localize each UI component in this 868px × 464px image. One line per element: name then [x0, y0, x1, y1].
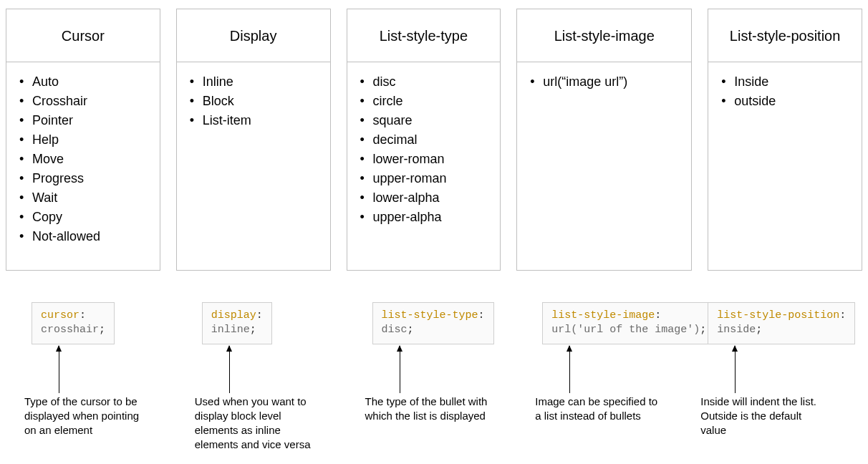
- list-item: Auto: [19, 72, 153, 92]
- property-card: List-style-typedisccirclesquaredecimallo…: [347, 9, 501, 271]
- property-card: List-style-positionInsideoutside: [708, 9, 862, 271]
- description-text: Type of the cursor to be displayed when …: [24, 395, 150, 438]
- property-card: List-style-imageurl(“image url”): [516, 9, 692, 271]
- arrow-container: [202, 344, 230, 395]
- code-property: display: [211, 309, 256, 322]
- list-item: Move: [19, 150, 153, 169]
- annotation-block: list-style-image: url('url of the image'…: [542, 302, 692, 423]
- list-item: Crosshair: [19, 92, 153, 111]
- annotation-block: list-style-position: inside;Inside will …: [708, 302, 862, 438]
- list-item: decimal: [360, 130, 493, 150]
- column: List-style-imageurl(“image url”)list-sty…: [516, 9, 692, 453]
- list-item: upper-alpha: [360, 208, 493, 227]
- list-item: Inline: [190, 72, 323, 92]
- code-value: disc: [382, 324, 408, 336]
- columns-container: CursorAutoCrosshairPointerHelpMoveProgre…: [6, 9, 862, 453]
- card-title: Cursor: [6, 9, 160, 62]
- code-example: cursor: crosshair;: [32, 302, 115, 344]
- card-body: disccirclesquaredecimallower-romanupper-…: [347, 62, 501, 270]
- list-item: square: [360, 111, 493, 130]
- code-value: inline: [211, 324, 250, 336]
- list-item: upper-roman: [360, 169, 493, 188]
- list-item: Not-allowed: [19, 227, 153, 246]
- list-item: Help: [19, 130, 153, 150]
- list-item: disc: [360, 72, 493, 92]
- list-item: url(“image url”): [530, 72, 684, 92]
- arrow-container: [372, 344, 400, 395]
- code-property: list-style-image: [551, 309, 655, 322]
- code-example: list-style-type: disc;: [372, 302, 494, 344]
- card-title: List-style-image: [517, 9, 691, 62]
- card-title: List-style-type: [347, 9, 501, 62]
- list-item: lower-alpha: [360, 188, 493, 208]
- list-item: Block: [190, 92, 323, 111]
- code-example: list-style-image: url('url of the image'…: [542, 302, 715, 344]
- card-body: url(“image url”): [517, 62, 691, 270]
- annotation-block: cursor: crosshair;Type of the cursor to …: [32, 302, 160, 438]
- list-item: Wait: [19, 188, 153, 208]
- annotation-block: list-style-type: disc;The type of the bu…: [372, 302, 501, 423]
- arrow-container: [32, 344, 59, 395]
- card-title: List-style-position: [708, 9, 862, 62]
- column: List-style-typedisccirclesquaredecimallo…: [347, 9, 501, 453]
- card-body: Insideoutside: [708, 62, 862, 270]
- list-item: Pointer: [19, 111, 153, 130]
- code-value: url('url of the image'): [551, 324, 700, 336]
- code-example: display: inline;: [202, 302, 272, 344]
- annotation-block: display: inline;Used when you want to di…: [202, 302, 331, 453]
- description-text: Inside will indent the list. Outside is …: [700, 395, 826, 438]
- list-item: Copy: [19, 208, 153, 227]
- card-body: AutoCrosshairPointerHelpMoveProgressWait…: [6, 62, 160, 270]
- card-body: InlineBlockList-item: [177, 62, 330, 270]
- arrow-up-icon: [229, 346, 230, 393]
- description-text: Image can be specified to a list instead…: [535, 395, 660, 424]
- code-property: cursor: [41, 309, 79, 322]
- description-text: Used when you want to display block leve…: [195, 395, 320, 453]
- list-item: lower-roman: [360, 150, 493, 169]
- column: List-style-positionInsideoutsidelist-sty…: [708, 9, 862, 453]
- column: DisplayInlineBlockList-itemdisplay: inli…: [176, 9, 331, 453]
- card-title: Display: [177, 9, 330, 62]
- list-item: Progress: [19, 169, 153, 188]
- arrow-up-icon: [400, 346, 400, 393]
- code-value: inside: [717, 324, 756, 336]
- code-property: list-style-type: [382, 309, 478, 322]
- list-item: outside: [721, 92, 854, 111]
- code-value: crosshair: [41, 324, 99, 336]
- list-item: Inside: [721, 72, 854, 92]
- description-text: The type of the bullet with which the li…: [365, 395, 491, 424]
- code-example: list-style-position: inside;: [708, 302, 855, 344]
- arrow-up-icon: [735, 346, 736, 393]
- code-property: list-style-position: [717, 309, 839, 322]
- list-item: List-item: [190, 111, 323, 130]
- arrow-container: [542, 344, 570, 395]
- arrow-up-icon: [59, 346, 59, 393]
- list-item: circle: [360, 92, 493, 111]
- property-card: DisplayInlineBlockList-item: [176, 9, 331, 271]
- column: CursorAutoCrosshairPointerHelpMoveProgre…: [6, 9, 160, 453]
- property-card: CursorAutoCrosshairPointerHelpMoveProgre…: [6, 9, 160, 271]
- arrow-container: [708, 344, 736, 395]
- arrow-up-icon: [569, 346, 570, 393]
